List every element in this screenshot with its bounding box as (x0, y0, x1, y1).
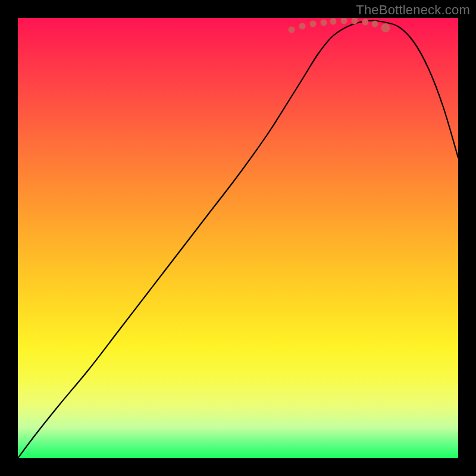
svg-point-8 (372, 21, 378, 27)
svg-point-1 (299, 23, 306, 30)
svg-point-6 (352, 18, 358, 24)
svg-point-4 (330, 18, 337, 25)
svg-point-7 (362, 19, 369, 26)
svg-point-5 (341, 18, 347, 24)
plot-area (18, 18, 458, 458)
svg-point-2 (310, 21, 317, 27)
svg-point-0 (289, 27, 295, 33)
svg-point-3 (321, 20, 327, 26)
curve-svg (18, 18, 458, 458)
watermark-text: TheBottleneck.com (356, 2, 470, 18)
svg-point-10 (381, 24, 390, 33)
chart-frame: TheBottleneck.com (0, 0, 476, 476)
bottleneck-curve (18, 21, 458, 458)
